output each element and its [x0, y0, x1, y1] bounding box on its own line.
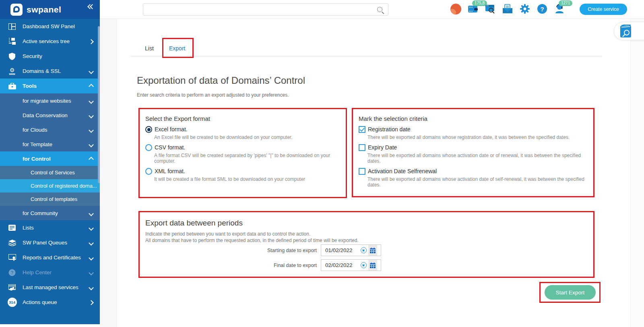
selection-criteria-section: Mark the selection criteria Registration…	[352, 108, 594, 197]
registration-date-label[interactable]: Registration date	[368, 126, 411, 132]
export-format-title: Select the Export format	[145, 115, 346, 122]
chevron-down-icon	[89, 226, 94, 231]
excel-radio[interactable]	[145, 126, 152, 133]
format-option-csv: CSV format. A file format CSV will be cr…	[145, 144, 346, 164]
user-avatar[interactable]	[450, 3, 461, 14]
help-circle-icon: ?	[7, 269, 17, 276]
chevron-right-icon	[89, 300, 94, 305]
activation-selfrenewal-checkbox[interactable]	[359, 168, 365, 175]
sidebar-item-for-template[interactable]: for Template	[0, 137, 100, 151]
sidebar-item-control-of-registered-domains[interactable]: Control of registered doma...	[0, 179, 100, 192]
sidebar-item-reports-certificates[interactable]: Reports and Certificates	[0, 250, 100, 265]
chevron-down-icon	[89, 211, 94, 216]
sidebar-item-lists[interactable]: Lists	[0, 220, 100, 235]
sidebar-item-tools[interactable]: Tools	[0, 79, 100, 93]
xml-radio[interactable]	[145, 168, 152, 175]
period-desc-line1: Indicate the period between you want to …	[145, 231, 593, 237]
knowledge-base-floating-button[interactable]	[614, 22, 644, 40]
support-button[interactable]: 1271	[554, 3, 565, 14]
messages-button[interactable]	[502, 3, 513, 14]
csv-radio[interactable]	[145, 144, 152, 151]
settings-button[interactable]	[519, 3, 530, 14]
sidebar-collapse-button[interactable]	[88, 5, 94, 8]
search-icon[interactable]	[377, 7, 382, 12]
expiry-date-checkbox[interactable]	[359, 144, 365, 151]
calendar-icon	[370, 263, 376, 268]
browse-services-button[interactable]	[485, 3, 496, 14]
activation-selfrenewal-label[interactable]: Activation Date Selfrenewal	[368, 168, 437, 174]
calendar-icon	[370, 248, 376, 253]
final-date-calendar-button[interactable]	[368, 260, 377, 271]
sidebar-item-for-clouds[interactable]: for Clouds	[0, 122, 100, 137]
sidebar-item-control-of-templates[interactable]: Control of templates	[0, 192, 100, 206]
period-title: Export data between periods	[145, 219, 593, 228]
starting-date-calendar-button[interactable]	[368, 245, 377, 256]
brand-name: swpanel	[27, 5, 61, 14]
sidebar-item-control-of-services[interactable]: Control of Services	[0, 166, 100, 179]
layers-icon	[7, 240, 17, 246]
sidebar-scrollbar[interactable]	[98, 26, 100, 183]
tree-icon	[7, 38, 17, 45]
criteria-option-activation-selfrenewal: Activation Date Selfrenewal There will b…	[359, 168, 593, 188]
sidebar-item-last-managed-services[interactable]: Last managed services	[0, 280, 100, 295]
clear-final-date-icon[interactable]	[361, 262, 367, 268]
page-subtitle: Enter search criteria to perform an expo…	[137, 92, 289, 98]
expiry-date-label[interactable]: Expiry Date	[368, 144, 397, 151]
start-export-button[interactable]: Start Export	[545, 285, 596, 300]
chevron-down-icon	[89, 128, 94, 133]
app-window: 175,8	[0, 0, 644, 327]
clear-starting-date-icon[interactable]	[361, 247, 367, 253]
chevron-down-icon	[89, 285, 94, 290]
format-option-xml: XML format. It will be created a file fo…	[145, 168, 346, 182]
sidebar-item-actions-queue[interactable]: 314 Actions queue	[0, 295, 100, 310]
excel-label[interactable]: Excel format.	[155, 126, 188, 132]
question-icon: ?	[537, 4, 547, 14]
tab-list[interactable]: List	[145, 45, 154, 52]
xml-desc: It will be created a file format SML to …	[154, 176, 346, 182]
svg-text:?: ?	[11, 270, 13, 275]
final-date-row: Final date to export	[140, 259, 381, 271]
starting-date-row: Starting date to export	[140, 244, 381, 256]
starting-date-label: Starting date to export	[140, 248, 317, 253]
sidebar-item-for-migrate-websites[interactable]: for migrate websites	[0, 93, 100, 108]
starting-date-field	[321, 244, 381, 256]
search-input[interactable]	[147, 4, 377, 15]
global-search	[143, 3, 388, 16]
activation-selfrenewal-desc: There will be exported all domains whose…	[367, 176, 593, 188]
sidebar-item-active-services-tree[interactable]: Active services tree	[0, 34, 100, 49]
chevron-down-icon	[89, 142, 94, 147]
export-tab-highlight-box	[162, 38, 194, 58]
swpanel-logo-icon	[10, 4, 23, 16]
content-left-gutter	[100, 19, 117, 327]
toolbox-icon	[7, 83, 17, 89]
registration-date-checkbox[interactable]	[359, 126, 365, 133]
final-date-label: Final date to export	[140, 263, 317, 268]
sidebar-item-data-conservation[interactable]: Data Conservation	[0, 108, 100, 122]
xml-label[interactable]: XML format.	[155, 168, 185, 174]
domains-gear-icon: ⚙ www	[7, 67, 17, 75]
chevron-down-icon	[89, 270, 94, 275]
chevron-up-icon	[89, 157, 94, 162]
final-date-input[interactable]	[324, 262, 361, 269]
browser-search-icon	[485, 4, 495, 14]
help-button[interactable]: ?	[537, 3, 548, 14]
wallet-button[interactable]: 175,8	[467, 3, 479, 14]
export-period-section: Export data between periods Indicate the…	[138, 211, 594, 278]
chevron-down-icon	[89, 113, 94, 118]
sidebar-item-domains-ssl[interactable]: ⚙ www Domains & SSL	[0, 64, 100, 79]
starting-date-input[interactable]	[324, 247, 361, 254]
sidebar-item-dashboard[interactable]: Dashboard SW Panel	[0, 19, 100, 34]
create-service-button[interactable]: Create service	[580, 4, 627, 15]
tab-divider	[131, 56, 602, 56]
sidebar-item-for-control[interactable]: for Control	[0, 151, 100, 166]
avatar-icon	[450, 4, 461, 14]
sidebar-item-sw-panel-queues[interactable]: SW Panel Queues	[0, 235, 100, 250]
lists-icon	[7, 225, 17, 231]
sidebar-item-security[interactable]: Security	[0, 49, 100, 64]
chevron-down-icon	[89, 240, 94, 246]
registration-date-desc: There will be exported all domains whose…	[367, 135, 593, 140]
sidebar-item-help-center[interactable]: ? Help Center	[0, 265, 100, 280]
sidebar-item-for-community[interactable]: for Community	[0, 206, 100, 220]
csv-label[interactable]: CSV format.	[155, 144, 185, 151]
actions-queue-count-badge: 314	[8, 298, 17, 307]
